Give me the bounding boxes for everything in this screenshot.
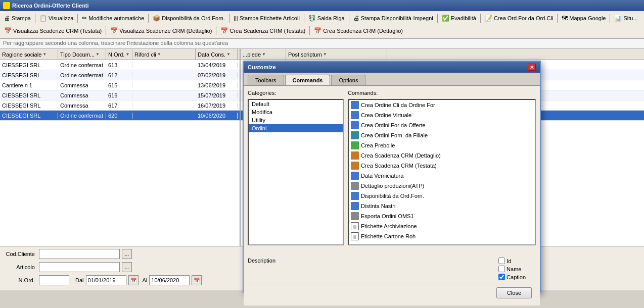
cell-tipo-4: Commessa	[58, 102, 106, 109]
col-header-ps[interactable]: Post scriptum ▼	[286, 49, 387, 60]
table-row[interactable]: CIESSEGI SRL Ordine confermat 613 13/04/…	[0, 60, 240, 70]
cmd-icon-13: |||	[351, 232, 359, 240]
cod-cliente-search-btn[interactable]: ...	[122, 249, 132, 259]
nord-input[interactable]	[39, 275, 69, 285]
tab-options[interactable]: Options	[331, 75, 365, 85]
category-item-default[interactable]: Default	[249, 100, 343, 108]
cell-nord-5: 620	[106, 113, 132, 119]
toolbar-btn-salda[interactable]: 💱 Salda Riga	[306, 14, 347, 22]
cmd-item-etichette-cartone[interactable]: ||| Etichette Cartone Roh	[349, 231, 535, 241]
checkbox-id[interactable]	[498, 258, 505, 264]
cell-ragione-0: CIESSEGI SRL	[0, 62, 58, 68]
crm4-icon: 📅	[314, 27, 321, 34]
cmd-item-disponibilita[interactable]: Disponibilità da Ord.Forn.	[349, 191, 535, 201]
toolbar-btn-crea-ord[interactable]: 📝 Crea Ord.For da Ord.Cli	[483, 14, 555, 22]
articolo-input[interactable]	[39, 262, 120, 272]
toolbar-btn-modifiche[interactable]: ✏ Modifiche automatiche	[80, 14, 146, 22]
cmd-icon-8	[351, 182, 359, 190]
cell-ragione-4: CIESSEGI SRL	[0, 102, 58, 109]
toolbar-btn-crea-crm-det[interactable]: 📅 Crea Scadenza CRM (Dettaglio)	[312, 27, 405, 35]
commands-listbox[interactable]: Crea Ordine Cli da Ordine For Crea Ordin…	[348, 99, 536, 245]
category-item-ordini[interactable]: Ordini	[249, 124, 343, 132]
toolbar-btn-stampa-disp[interactable]: 🖨 Stampa Disponibilità-Impegni	[351, 14, 435, 22]
cmd-icon-9	[351, 192, 359, 200]
status-icon: 📊	[614, 15, 622, 22]
col-header-ragione[interactable]: Ragione sociale ▼	[0, 49, 58, 60]
cod-cliente-label: Cod.Cliente	[4, 251, 37, 257]
tab-toolbars[interactable]: Toolbars	[248, 75, 284, 85]
table-row[interactable]: CIESSEGI SRL Commessa 616 15/07/2019	[0, 90, 240, 100]
cell-tipo-1: Ordine confermat	[58, 72, 106, 78]
cmd-icon-4	[351, 141, 359, 149]
toolbar-btn-vis-crm-test[interactable]: 📅 Visualizza Scadenze CRM (Testata)	[2, 27, 104, 35]
label-icon: |||	[234, 15, 238, 21]
table-row[interactable]: CIESSEGI SRL Ordine confermat 612 07/02/…	[0, 70, 240, 80]
sep1	[35, 14, 35, 23]
cmd-icon-7	[351, 172, 359, 180]
cmd-icon-3	[351, 131, 359, 139]
cmd-item-crea-ord-for[interactable]: Crea Ordini For da Offerte	[349, 120, 535, 130]
cmd-item-dettaglio-prod[interactable]: Dettaglio produzioni(ATP)	[349, 181, 535, 191]
dialog-body: Default Modifica Utility Ordini	[248, 99, 536, 255]
toolbar-btn-vis-crm-det[interactable]: 📅 Visualizza Scadenze CRM (Dettaglio)	[108, 27, 214, 35]
checkbox-caption[interactable]	[498, 274, 505, 280]
avail-icon: 📦	[153, 15, 160, 22]
toolbar-btn-mappa[interactable]: 🗺 Mappa Google	[560, 14, 608, 22]
cmd-item-crea-ord-virt[interactable]: Crea Ordine Virtuale	[349, 110, 535, 120]
toolbar-btn-visualizza[interactable]: 📋 Visualizza	[37, 14, 75, 22]
al-input[interactable]	[149, 275, 190, 285]
cmd-item-etichette-arch[interactable]: ||| Etichette Archiviazione	[349, 221, 535, 231]
cmd-item-crea-scad-det[interactable]: Crea Scadenza CRM (Dettaglio)	[349, 150, 535, 161]
cmd-item-crea-scad-test[interactable]: Crea Scadenza CRM (Testata)	[349, 161, 535, 171]
cmd-item-distinta-nastri[interactable]: Distinta Nastri	[349, 201, 535, 211]
checkbox-name[interactable]	[498, 266, 505, 272]
toolbar-btn-disponibilita[interactable]: 📦 Disponibilità da Ord.Forn.	[151, 14, 227, 22]
category-item-modifica[interactable]: Modifica	[249, 108, 343, 116]
col-header-tipo[interactable]: Tipo Docum... ▼	[58, 49, 106, 60]
col-header-data[interactable]: Data Cons. ▼	[196, 49, 238, 60]
cod-cliente-input[interactable]	[39, 249, 120, 259]
col-dropdown-arrow3: ▼	[125, 52, 129, 57]
cell-nord-2: 615	[106, 82, 132, 88]
cmd-item-data-vern[interactable]: Data Verniciatura	[349, 171, 535, 181]
dialog-footer: Close	[248, 284, 536, 301]
toolbar-area: 🖨 Stampa 📋 Visualizza ✏ Modifiche automa…	[0, 11, 644, 39]
dialog-close-x-btn[interactable]: ✕	[528, 64, 536, 71]
cell-tipo-3: Commessa	[58, 92, 106, 98]
toolbar-btn-evad[interactable]: ✅ Evadibilità	[440, 14, 478, 22]
table-row[interactable]: Cantiere n 1 Commessa 615 13/06/2019	[0, 80, 240, 90]
dal-cal-btn[interactable]: 📅	[128, 275, 139, 285]
cmd-item-crea-ord-cli[interactable]: Crea Ordine Cli da Ordine For	[349, 100, 535, 110]
sep4	[229, 14, 229, 23]
table-row[interactable]: CIESSEGI SRL Commessa 617 16/07/2019	[0, 100, 240, 111]
col-header-nord[interactable]: N.Ord. ▼	[106, 49, 132, 60]
cmd-icon-11	[351, 212, 359, 220]
toolbar-btn-crea-crm-test[interactable]: 📅 Crea Scadenza CRM (Testata)	[218, 27, 307, 35]
customize-dialog: Customize ✕ Toolbars Commands Options Ca…	[243, 61, 541, 293]
cmd-item-crea-ord-forn-fil[interactable]: Crea Ordini Forn. da Filiale	[349, 130, 535, 140]
toolbar-btn-stampa[interactable]: 🖨 Stampa	[2, 14, 33, 22]
tab-commands[interactable]: Commands	[285, 75, 331, 85]
col-header-piede[interactable]: ...piede ▼	[241, 49, 286, 60]
col-dropdown-arrow: ▼	[42, 52, 47, 57]
group-bar: Per raggruppare secondo una colonna, tra…	[0, 39, 644, 49]
checkbox-id-item: Id	[498, 258, 526, 264]
cmd-item-crea-prebolle[interactable]: Crea Prebolle	[349, 140, 535, 150]
sep13	[309, 26, 310, 35]
cell-data-1: 07/02/2019	[196, 72, 238, 78]
toolbar-btn-situ[interactable]: 📊 Situ...	[612, 14, 639, 22]
cell-nord-4: 617	[106, 102, 132, 109]
cell-nord-1: 612	[106, 72, 132, 78]
cell-ragione-1: CIESSEGI SRL	[0, 72, 58, 78]
category-item-utility[interactable]: Utility	[249, 116, 343, 124]
al-cal-btn[interactable]: 📅	[192, 275, 202, 285]
al-label: Al	[143, 277, 148, 283]
dal-input[interactable]	[86, 275, 126, 285]
articolo-search-btn[interactable]: ...	[122, 262, 132, 272]
close-button[interactable]: Close	[496, 287, 532, 298]
toolbar-btn-etichette[interactable]: ||| Stampa Etichette Articoli	[232, 15, 302, 22]
view-icon: 📋	[39, 15, 47, 22]
col-header-riford[interactable]: Riford cli ▼	[132, 49, 196, 60]
table-row[interactable]: CIESSEGI SRL Ordine confermat 620 10/06/…	[0, 111, 240, 121]
cmd-item-esporta-oms1[interactable]: Esporta Ordini OMS1	[349, 211, 535, 221]
